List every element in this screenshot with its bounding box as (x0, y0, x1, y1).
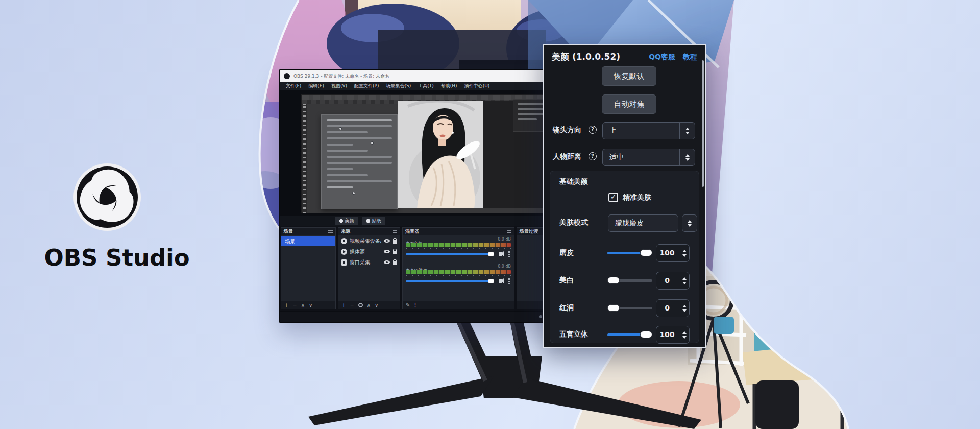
visibility-eye-icon[interactable] (384, 239, 390, 243)
basic-beauty-title: 基础美颜 (559, 177, 588, 186)
source-name: 窗口采集 (350, 259, 381, 266)
panel-links: QQ客服 教程 (649, 53, 697, 62)
scene-up-button[interactable]: ∧ (301, 302, 305, 308)
source-down-button[interactable]: ∨ (375, 302, 378, 308)
scene-down-button[interactable]: ∨ (309, 302, 312, 308)
mixer-options-icon[interactable] (508, 251, 510, 257)
menu-profile[interactable]: 配置文件(P) (351, 83, 382, 89)
smoothing-value: 100 (656, 249, 678, 257)
lock-icon[interactable] (393, 261, 397, 265)
volume-meter (406, 270, 511, 274)
add-scene-button[interactable]: + (284, 302, 288, 308)
scene-item-selected[interactable]: 场景 (281, 236, 335, 246)
volume-slider[interactable] (406, 279, 494, 283)
skin-mode-spinner[interactable] (682, 214, 697, 232)
restore-defaults-button[interactable]: 恢复默认 (602, 66, 656, 86)
rosy-value: 0 (656, 304, 678, 312)
camera-direction-select[interactable]: 上 (602, 122, 695, 139)
menu-tools[interactable]: 工具(T) (415, 83, 437, 89)
facial-3d-value: 100 (656, 330, 678, 339)
rosy-slider[interactable] (607, 307, 652, 309)
mixer-pen-icon[interactable]: ✎ (406, 302, 410, 308)
slider-knob[interactable] (607, 277, 620, 284)
scenes-dock: 场景 场景 + − ∧ ∨ (281, 227, 336, 309)
source-up-button[interactable]: ∧ (367, 302, 371, 308)
spin-arrows-icon[interactable] (682, 300, 687, 317)
source-row-window[interactable]: 窗口采集 (338, 257, 400, 268)
camera-direction-row: 镜头方向 上 (544, 122, 705, 140)
mixer-alert-icon[interactable]: ! (414, 302, 416, 308)
precise-skin-checkbox[interactable] (608, 193, 618, 202)
panel-title: 美颜 (1.0.0.52) (552, 51, 620, 63)
source-name: 媒体源 (350, 248, 381, 255)
tutorial-link[interactable]: 教程 (683, 53, 697, 62)
dock-options-icon[interactable] (507, 230, 511, 233)
ps-plugin-dialog (321, 114, 398, 209)
menu-view[interactable]: 视图(V) (328, 83, 350, 89)
skin-mode-label: 美肤模式 (559, 218, 588, 227)
skin-mode-select[interactable]: 朦胧磨皮 (608, 214, 678, 232)
volume-meter (406, 243, 511, 247)
subject-distance-select[interactable]: 适中 (602, 149, 695, 166)
beauty-plugin-panel: 美颜 (1.0.0.52) QQ客服 教程 恢复默认 自动对焦 镜头方向 上 人… (543, 44, 706, 348)
sources-dock-header: 来源 (338, 228, 400, 235)
visibility-eye-icon[interactable] (384, 250, 390, 253)
facial-3d-spinbox[interactable]: 100 (656, 326, 690, 344)
skin-mode-value: 朦胧磨皮 (615, 219, 644, 228)
lock-icon[interactable] (393, 251, 397, 254)
autofocus-button[interactable]: 自动对焦 (602, 94, 656, 114)
add-source-button[interactable]: + (341, 302, 346, 308)
meter-ticks (406, 275, 511, 276)
sticker-quick-button[interactable]: 贴纸 (362, 217, 385, 225)
menu-edit[interactable]: 编辑(E) (305, 83, 327, 89)
beauty-quick-button[interactable]: 美颜 (335, 217, 358, 225)
mixer-db-value: 0.0 dB (498, 264, 511, 269)
help-icon[interactable] (589, 126, 597, 134)
menu-scene-collection[interactable]: 场景集合(S) (383, 83, 414, 89)
whitening-slider-row: 美白 0 (550, 272, 699, 290)
smoothing-slider[interactable] (607, 252, 652, 254)
source-row-camera[interactable]: 视频采集设备A (338, 235, 400, 246)
lock-icon[interactable] (393, 240, 397, 244)
spinner-icon[interactable] (679, 123, 695, 139)
media-source-icon (341, 249, 347, 255)
smoothing-slider-row: 磨皮 100 (550, 244, 699, 263)
source-row-media[interactable]: 媒体源 (338, 246, 400, 257)
help-icon[interactable] (589, 152, 597, 160)
spin-arrows-icon[interactable] (682, 326, 687, 343)
scenes-dock-header: 场景 (281, 228, 335, 235)
slider-knob[interactable] (640, 249, 652, 256)
slider-knob[interactable] (607, 304, 620, 312)
menu-help[interactable]: 帮助(H) (438, 83, 460, 89)
menu-plugin-center[interactable]: 插件中心(U) (461, 83, 493, 89)
dock-options-icon[interactable] (328, 230, 333, 233)
visibility-eye-icon[interactable] (384, 260, 390, 264)
facial-3d-slider[interactable] (607, 333, 652, 336)
qq-support-link[interactable]: QQ客服 (649, 53, 675, 62)
portrait-woman (398, 101, 483, 208)
dock-options-icon[interactable] (393, 230, 397, 233)
speaker-icon[interactable] (499, 279, 502, 283)
spin-arrows-icon[interactable] (682, 245, 687, 261)
speaker-icon[interactable] (499, 252, 502, 256)
sources-dock-title: 来源 (341, 228, 350, 235)
menu-file[interactable]: 文件(F) (283, 83, 304, 89)
subject-distance-value: 适中 (609, 153, 624, 162)
smoothing-spinbox[interactable]: 100 (656, 244, 690, 262)
rosy-spinbox[interactable]: 0 (656, 299, 690, 317)
source-properties-gear-icon[interactable] (358, 303, 363, 307)
remove-scene-button[interactable]: − (292, 302, 297, 308)
whitening-spinbox[interactable]: 0 (656, 272, 690, 290)
beauty-pin-icon (338, 219, 344, 224)
spinner-icon[interactable] (679, 149, 695, 165)
mixer-options-icon[interactable] (508, 278, 510, 284)
meter-ticks (406, 248, 511, 249)
rosy-label: 红润 (559, 303, 574, 313)
volume-slider[interactable] (406, 252, 494, 256)
remove-source-button[interactable]: − (350, 302, 354, 308)
spin-arrows-icon[interactable] (682, 272, 687, 289)
mixer-dock-title: 混音器 (405, 228, 419, 235)
obs-logo-icon (71, 161, 143, 233)
whitening-slider[interactable] (607, 279, 652, 282)
slider-knob[interactable] (640, 331, 652, 338)
